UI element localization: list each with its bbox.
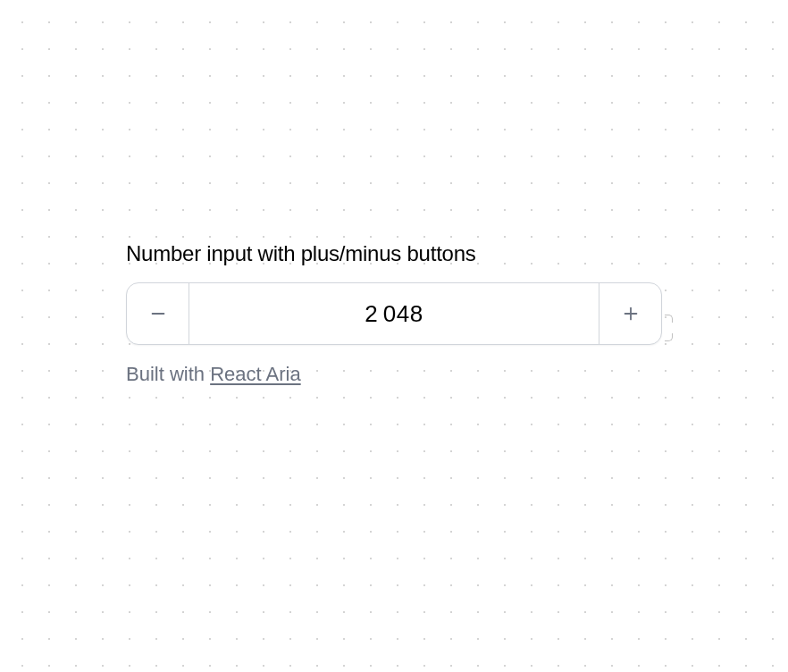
footer-link[interactable]: React Aria [210, 363, 301, 385]
field-label: Number input with plus/minus buttons [126, 241, 662, 266]
increment-button[interactable] [599, 283, 661, 344]
resize-handle-decoration [665, 315, 674, 341]
footer-credit: Built with React Aria [126, 363, 662, 386]
number-field-group [126, 282, 662, 345]
plus-icon [621, 304, 641, 323]
decrement-button[interactable] [127, 283, 189, 344]
minus-icon [148, 304, 168, 323]
number-field-component: Number input with plus/minus buttons Bui… [126, 241, 662, 386]
footer-prefix: Built with [126, 363, 210, 385]
number-input[interactable] [189, 283, 599, 344]
